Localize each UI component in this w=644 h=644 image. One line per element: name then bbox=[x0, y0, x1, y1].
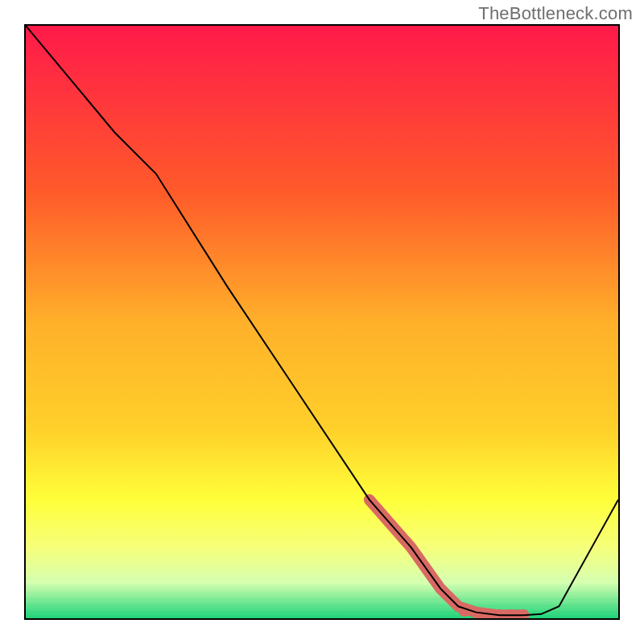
main-curve bbox=[26, 26, 618, 615]
watermark-text: TheBottleneck.com bbox=[478, 3, 633, 24]
highlight-segment bbox=[369, 500, 523, 616]
chart-frame: TheBottleneck.com bbox=[0, 0, 644, 644]
plot-area bbox=[24, 24, 620, 620]
curve-layer bbox=[26, 26, 618, 618]
